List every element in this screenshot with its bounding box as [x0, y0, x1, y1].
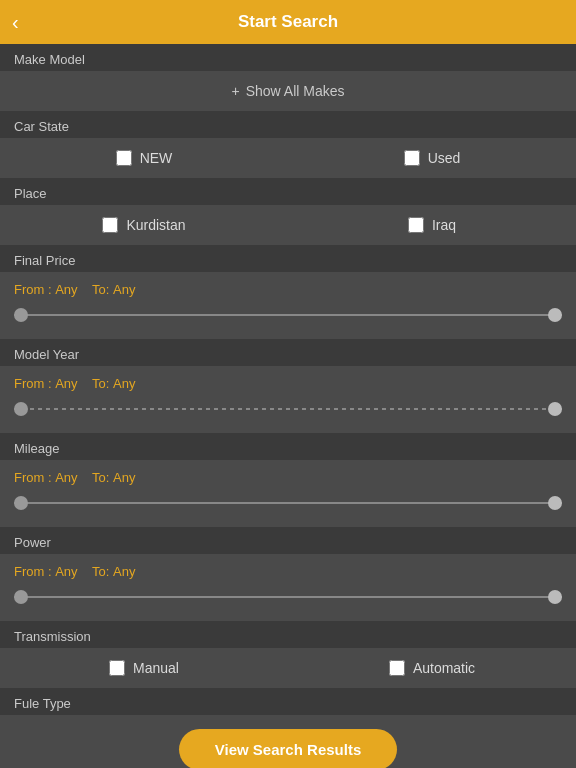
mileage-fill — [14, 502, 562, 504]
mileage-from-label: From : — [14, 470, 52, 485]
header-title: Start Search — [238, 12, 338, 32]
model-year-track — [14, 408, 562, 410]
power-fill — [14, 596, 562, 598]
mileage-to-label: To: — [92, 470, 109, 485]
power-thumb-right[interactable] — [548, 590, 562, 604]
view-results-button[interactable]: View Search Results — [179, 729, 397, 768]
car-state-used-label: Used — [428, 150, 461, 166]
transmission-manual[interactable]: Manual — [0, 660, 288, 676]
transmission-automatic-label: Automatic — [413, 660, 475, 676]
mileage-label: Mileage — [0, 433, 576, 460]
view-results-row: View Search Results — [0, 715, 576, 768]
final-price-from-label: From : — [14, 282, 52, 297]
model-year-range-text: From : Any To: Any — [14, 376, 562, 391]
power-slider[interactable] — [14, 587, 562, 607]
make-model-label: Make Model — [0, 44, 576, 71]
power-range-text: From : Any To: Any — [14, 564, 562, 579]
final-price-thumb-right[interactable] — [548, 308, 562, 322]
place-kurdistan[interactable]: Kurdistan — [0, 217, 288, 233]
final-price-from-value: Any — [55, 282, 77, 297]
header: ‹ Start Search — [0, 0, 576, 44]
power-label: Power — [0, 527, 576, 554]
car-state-used[interactable]: Used — [288, 150, 576, 166]
mileage-slider[interactable] — [14, 493, 562, 513]
final-price-to-value: Any — [113, 282, 135, 297]
final-price-range-text: From : Any To: Any — [14, 282, 562, 297]
car-state-new-label: NEW — [140, 150, 173, 166]
power-from-label: From : — [14, 564, 52, 579]
place-iraq[interactable]: Iraq — [288, 217, 576, 233]
transmission-label: Transmission — [0, 621, 576, 648]
model-year-to-label: To: — [92, 376, 109, 391]
transmission-options: Manual Automatic — [0, 648, 576, 688]
place-iraq-checkbox[interactable] — [408, 217, 424, 233]
car-state-new[interactable]: NEW — [0, 150, 288, 166]
mileage-thumb-left[interactable] — [14, 496, 28, 510]
power-thumb-left[interactable] — [14, 590, 28, 604]
place-kurdistan-label: Kurdistan — [126, 217, 185, 233]
transmission-automatic[interactable]: Automatic — [288, 660, 576, 676]
power-to-value: Any — [113, 564, 135, 579]
show-all-makes-button[interactable]: + Show All Makes — [0, 71, 576, 111]
final-price-fill — [14, 314, 562, 316]
power-track — [14, 596, 562, 598]
fule-type-label: Fule Type — [0, 688, 576, 715]
car-state-options: NEW Used — [0, 138, 576, 178]
mileage-track — [14, 502, 562, 504]
place-iraq-label: Iraq — [432, 217, 456, 233]
back-button[interactable]: ‹ — [12, 11, 19, 34]
mileage-from-value: Any — [55, 470, 77, 485]
plus-icon: + — [231, 83, 239, 99]
mileage-thumb-right[interactable] — [548, 496, 562, 510]
final-price-to-label: To: — [92, 282, 109, 297]
final-price-slider[interactable] — [14, 305, 562, 325]
final-price-label: Final Price — [0, 245, 576, 272]
transmission-automatic-checkbox[interactable] — [389, 660, 405, 676]
final-price-section: From : Any To: Any — [0, 272, 576, 339]
model-year-slider[interactable] — [14, 399, 562, 419]
car-state-label: Car State — [0, 111, 576, 138]
final-price-track — [14, 314, 562, 316]
transmission-manual-checkbox[interactable] — [109, 660, 125, 676]
place-label: Place — [0, 178, 576, 205]
power-section: From : Any To: Any — [0, 554, 576, 621]
model-year-section: From : Any To: Any — [0, 366, 576, 433]
transmission-manual-label: Manual — [133, 660, 179, 676]
final-price-thumb-left[interactable] — [14, 308, 28, 322]
model-year-thumb-right[interactable] — [548, 402, 562, 416]
show-all-makes-label: Show All Makes — [246, 83, 345, 99]
place-kurdistan-checkbox[interactable] — [102, 217, 118, 233]
model-year-to-value: Any — [113, 376, 135, 391]
mileage-to-value: Any — [113, 470, 135, 485]
model-year-from-label: From : — [14, 376, 52, 391]
model-year-from-value: Any — [55, 376, 77, 391]
mileage-section: From : Any To: Any — [0, 460, 576, 527]
mileage-range-text: From : Any To: Any — [14, 470, 562, 485]
car-state-new-checkbox[interactable] — [116, 150, 132, 166]
place-options: Kurdistan Iraq — [0, 205, 576, 245]
car-state-used-checkbox[interactable] — [404, 150, 420, 166]
model-year-label: Model Year — [0, 339, 576, 366]
model-year-thumb-left[interactable] — [14, 402, 28, 416]
power-from-value: Any — [55, 564, 77, 579]
power-to-label: To: — [92, 564, 109, 579]
